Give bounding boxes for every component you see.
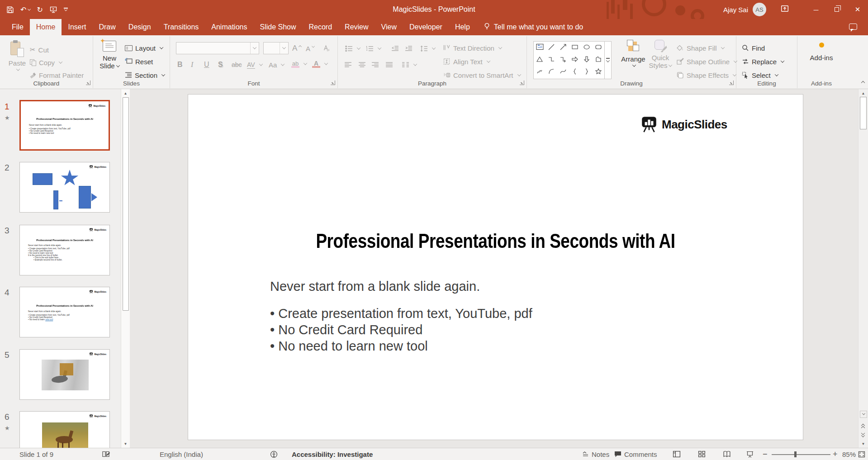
drawing-dialog-launcher[interactable] xyxy=(729,81,734,85)
align-right-button[interactable] xyxy=(371,59,379,71)
slide-thumbnail-2[interactable]: MagicSlides xyxy=(19,162,110,213)
tab-developer[interactable]: Developer xyxy=(403,19,449,35)
rectangle-shape-icon[interactable] xyxy=(571,43,579,52)
tab-slide-show[interactable]: Slide Show xyxy=(253,19,302,35)
decrease-font-size-button[interactable]: A xyxy=(306,43,314,54)
copy-button[interactable]: Copy xyxy=(30,57,62,68)
triangle-shape-icon[interactable] xyxy=(536,56,543,65)
oval-shape-icon[interactable] xyxy=(583,43,590,52)
bullets-button[interactable] xyxy=(345,43,360,54)
change-case-button[interactable]: Aa xyxy=(269,59,284,71)
reset-button[interactable]: Reset xyxy=(125,56,153,67)
arrange-button[interactable]: Arrange xyxy=(620,40,646,67)
line-arrow-shape-icon[interactable] xyxy=(560,43,567,52)
normal-view-button[interactable] xyxy=(673,448,681,460)
slide-thumbnail-3[interactable]: MagicSlides Professional Presentations i… xyxy=(19,225,110,275)
slide-thumbnail-6[interactable]: MagicSlides xyxy=(19,411,110,448)
rounded-rectangle-shape-icon[interactable] xyxy=(595,43,602,52)
scribble-shape-icon[interactable] xyxy=(536,68,543,77)
layout-button[interactable]: Layout xyxy=(125,42,163,54)
reading-view-button[interactable] xyxy=(723,448,731,460)
collapse-ribbon-button[interactable] xyxy=(861,81,865,85)
restore-button[interactable] xyxy=(826,0,847,19)
arc-shape-icon[interactable] xyxy=(548,68,555,77)
shape-fill-button[interactable]: Shape Fill xyxy=(676,42,724,54)
font-size-combobox[interactable] xyxy=(263,42,289,54)
next-slide-button[interactable] xyxy=(861,432,866,439)
undo-button[interactable]: ↶ xyxy=(20,5,30,14)
spell-check-icon[interactable] xyxy=(102,448,110,460)
tab-design[interactable]: Design xyxy=(122,19,157,35)
character-spacing-button[interactable]: AV xyxy=(247,59,262,71)
text-box-shape-icon[interactable] xyxy=(536,43,544,52)
avatar[interactable]: AS xyxy=(753,3,766,16)
replace-button[interactable]: Replace xyxy=(742,56,784,67)
tab-record[interactable]: Record xyxy=(303,19,339,35)
text-shadow-button[interactable]: S xyxy=(218,59,228,71)
account-area[interactable]: Ajay Sai AS xyxy=(723,0,789,19)
slide-thumbnail-5[interactable]: MagicSlides xyxy=(19,349,110,400)
quick-styles-button[interactable]: Quick Styles xyxy=(647,40,674,69)
split-box[interactable] xyxy=(860,411,867,418)
numbering-button[interactable] xyxy=(366,43,381,54)
thumbnail-scrollbar-thumb[interactable] xyxy=(123,97,129,311)
curve-shape-icon[interactable] xyxy=(560,68,567,77)
thumb-scroll-up-icon[interactable]: ▲ xyxy=(121,89,130,97)
close-button[interactable]: ✕ xyxy=(847,0,868,19)
down-arrow-shape-icon[interactable] xyxy=(583,56,590,65)
accessibility-icon[interactable] xyxy=(270,448,278,460)
left-brace-shape-icon[interactable] xyxy=(571,68,579,77)
slide-indicator[interactable]: Slide 1 of 9 xyxy=(19,448,53,460)
notes-toggle[interactable]: Notes xyxy=(582,448,609,460)
comments-toggle[interactable]: Comments xyxy=(614,448,657,460)
highlight-color-button[interactable]: ab xyxy=(291,58,307,70)
fit-slide-to-window-button[interactable] xyxy=(858,448,865,460)
tab-help[interactable]: Help xyxy=(449,19,476,35)
shape-outline-button[interactable]: Shape Outline xyxy=(676,56,737,67)
increase-indent-button[interactable] xyxy=(405,43,413,54)
zoom-slider-handle[interactable] xyxy=(794,451,797,457)
justify-button[interactable] xyxy=(385,59,393,71)
slide-thumbnail-4[interactable]: MagicSlides Professional Presentations i… xyxy=(19,287,110,337)
slide-title-text[interactable]: Professional Presentations in Seconds wi… xyxy=(243,229,747,253)
scroll-down-icon[interactable]: ▼ xyxy=(859,440,868,448)
slide-intro-text[interactable]: Never start from a blank slide again. xyxy=(270,279,480,294)
tab-transitions[interactable]: Transitions xyxy=(157,19,205,35)
addins-button[interactable]: Add-ins xyxy=(806,43,837,62)
right-arrow-shape-icon[interactable] xyxy=(571,56,579,65)
previous-slide-button[interactable] xyxy=(861,422,866,429)
right-brace-shape-icon[interactable] xyxy=(583,68,590,77)
clipboard-dialog-launcher[interactable] xyxy=(86,81,90,85)
font-dialog-launcher[interactable] xyxy=(331,81,335,85)
zoom-in-button[interactable]: + xyxy=(833,448,838,460)
paragraph-dialog-launcher[interactable] xyxy=(520,81,524,85)
feedback-bubble-icon[interactable] xyxy=(849,24,857,30)
tab-home[interactable]: Home xyxy=(30,19,62,35)
zoom-level[interactable]: 85% xyxy=(842,448,856,460)
section-button[interactable]: Section xyxy=(125,69,165,81)
minimize-button[interactable]: ─ xyxy=(806,0,826,19)
tab-draw[interactable]: Draw xyxy=(92,19,122,35)
language-indicator[interactable]: English (India) xyxy=(160,448,203,460)
increase-font-size-button[interactable]: A xyxy=(292,43,301,54)
align-text-button[interactable]: Align Text xyxy=(443,56,490,67)
align-center-button[interactable] xyxy=(358,59,366,71)
find-button[interactable]: Find xyxy=(742,42,765,54)
select-button[interactable]: Select xyxy=(742,69,778,81)
elbow-connector-shape-icon[interactable] xyxy=(548,56,555,65)
convert-to-smartart-button[interactable]: Convert to SmartArt xyxy=(443,69,521,81)
tab-animations[interactable]: Animations xyxy=(205,19,253,35)
ribbon-display-options-icon[interactable] xyxy=(781,5,789,14)
start-presentation-icon[interactable] xyxy=(49,6,57,13)
main-scrollbar[interactable]: ▲ ▼ xyxy=(858,89,868,448)
star-shape-icon[interactable] xyxy=(595,68,602,77)
text-direction-button[interactable]: Text Direction xyxy=(443,42,502,54)
tell-me-search[interactable]: Tell me what you want to do xyxy=(484,19,583,35)
thumb-scroll-down-icon[interactable]: ▼ xyxy=(121,440,130,448)
freeform-shape-icon[interactable] xyxy=(595,56,602,65)
strikethrough-button[interactable]: abc xyxy=(232,59,242,71)
new-slide-button[interactable]: ✦ New Slide xyxy=(97,41,122,70)
tab-review[interactable]: Review xyxy=(338,19,375,35)
font-color-button[interactable]: A xyxy=(312,58,327,70)
clear-formatting-button[interactable] xyxy=(322,43,330,54)
